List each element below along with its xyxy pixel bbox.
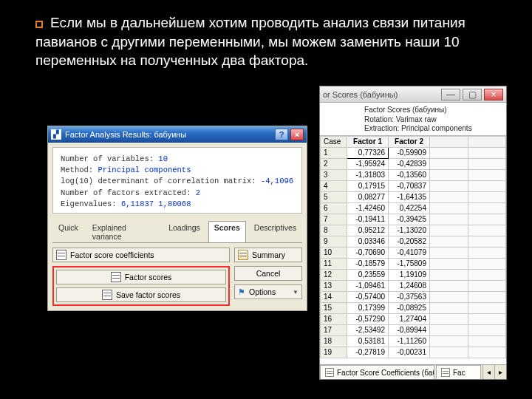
- dialog-tabs: Quick Explained variance Loadings Scores…: [48, 218, 307, 242]
- tab-explained-variance[interactable]: Explained variance: [86, 221, 160, 242]
- tab-loadings[interactable]: Loadings: [163, 221, 206, 242]
- table-row[interactable]: 3-1,31803-0,13560: [321, 169, 506, 180]
- table-row[interactable]: 17-2,53492-0,89944: [321, 324, 506, 335]
- col-factor1[interactable]: Factor 1: [347, 136, 389, 147]
- footer-tab-factors[interactable]: Fac: [436, 365, 481, 379]
- slide-text: Если мы в дальнейшем хотим проводить ана…: [0, 0, 532, 70]
- bullet-icon: [35, 21, 43, 28]
- dialog-title: Factor Analysis Results: бабуины: [65, 130, 186, 139]
- sheet-footer: Factor Score Coefficients (бабуины) Fac …: [320, 364, 506, 379]
- table-row[interactable]: 150,17399-0,08925: [321, 302, 506, 313]
- table-row[interactable]: 14-0,57400-0,37563: [321, 291, 506, 302]
- sheet-titlebar[interactable]: or Scores (бабуины) — ▢ ×: [320, 86, 506, 103]
- factor-scores-button[interactable]: Factor scores: [56, 270, 226, 284]
- save-factor-scores-button[interactable]: Save factor scores: [56, 287, 226, 302]
- table-row[interactable]: 50,08277-1,64135: [321, 191, 506, 202]
- tab-quick[interactable]: Quick: [52, 221, 84, 242]
- options-button[interactable]: ⚑ Options ▼: [234, 284, 302, 299]
- table-row[interactable]: 80,95212-1,13020: [321, 225, 506, 236]
- grid-icon: [441, 368, 450, 377]
- slide-paragraph: Если мы в дальнейшем хотим проводить ана…: [35, 15, 466, 68]
- factor-analysis-dialog: ▞ Factor Analysis Results: бабуины ? × N…: [47, 126, 307, 311]
- tab-descriptives[interactable]: Descriptives: [248, 221, 302, 242]
- table-row[interactable]: 40,17915-0,70837: [321, 180, 506, 191]
- grid-icon: [56, 250, 66, 260]
- dialog-info-panel: Number of variables: 10 Method: Principa…: [52, 147, 302, 214]
- grid-icon: [325, 368, 334, 377]
- table-row[interactable]: 13-1,094611,24608: [321, 280, 506, 291]
- factor-scores-table[interactable]: Case Factor 1 Factor 2 10,77326-0,599092…: [320, 136, 506, 358]
- help-button[interactable]: ?: [275, 129, 288, 140]
- chevron-down-icon: ▼: [293, 289, 299, 296]
- close-button[interactable]: ×: [290, 129, 304, 140]
- col-factor2[interactable]: Factor 2: [389, 136, 430, 147]
- grid-icon: [111, 272, 121, 282]
- grid-icon: [102, 290, 112, 300]
- footer-tab-coefficients[interactable]: Factor Score Coefficients (бабуины): [320, 365, 434, 379]
- tab-nav-right[interactable]: ▸: [494, 365, 506, 379]
- factor-scores-window: or Scores (бабуины) — ▢ × Factor Scores …: [319, 86, 507, 380]
- dialog-titlebar[interactable]: ▞ Factor Analysis Results: бабуины ? ×: [48, 126, 307, 143]
- summary-button[interactable]: Summary: [234, 248, 302, 262]
- app-icon: ▞: [51, 129, 61, 140]
- table-row[interactable]: 16-0,572901,27404: [321, 313, 506, 324]
- cancel-button[interactable]: Cancel: [234, 266, 302, 281]
- sheet-caption: Factor Scores (бабуины) Rotation: Varima…: [320, 103, 506, 135]
- table-row[interactable]: 6-1,424600,42254: [321, 202, 506, 214]
- minimize-button[interactable]: —: [441, 89, 460, 100]
- table-row[interactable]: 11-0,18579-1,75809: [321, 258, 506, 269]
- close-button[interactable]: ×: [484, 89, 503, 100]
- case-header: Case: [321, 136, 347, 147]
- sheet-title: or Scores (бабуины): [323, 90, 398, 99]
- table-row[interactable]: 10,77326-0,59909: [321, 147, 506, 158]
- table-row[interactable]: 2-1,95924-0,42839: [321, 158, 506, 169]
- table-row[interactable]: 120,235591,19109: [321, 269, 506, 280]
- table-row[interactable]: 180,53181-1,11260: [321, 335, 506, 347]
- table-row[interactable]: 10-0,70690-0,41079: [321, 247, 506, 258]
- table-row[interactable]: 7-0,19411-0,39425: [321, 214, 506, 225]
- maximize-button[interactable]: ▢: [463, 89, 482, 100]
- flag-icon: ⚑: [238, 287, 245, 296]
- summary-icon: [238, 250, 248, 260]
- table-row[interactable]: 19-0,27819-0,00231: [321, 347, 506, 358]
- highlight-box: Factor scores Save factor scores: [52, 266, 230, 306]
- tab-scores[interactable]: Scores: [208, 221, 246, 242]
- tab-nav-left[interactable]: ◂: [482, 365, 494, 379]
- table-row[interactable]: 90,03346-0,20582: [321, 236, 506, 247]
- factor-score-coefficients-button[interactable]: Factor score coefficients: [52, 248, 230, 262]
